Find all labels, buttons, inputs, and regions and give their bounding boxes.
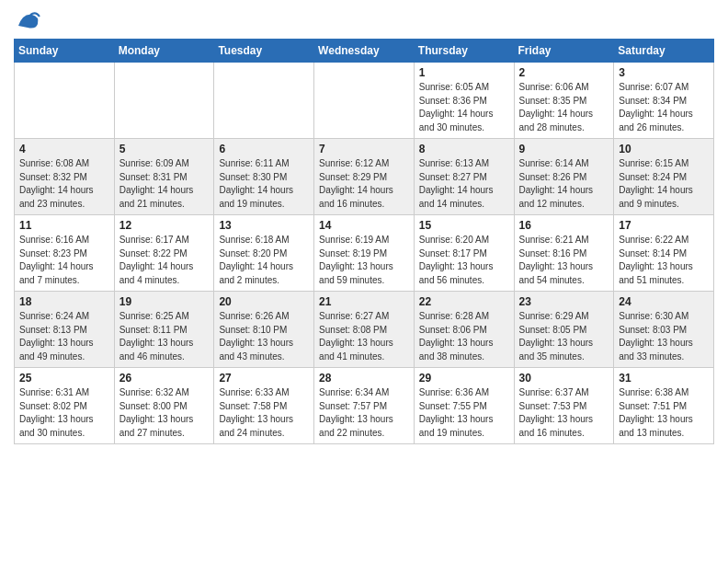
calendar-cell: 11Sunrise: 6:16 AM Sunset: 8:23 PM Dayli… bbox=[15, 215, 115, 292]
day-number: 3 bbox=[619, 66, 709, 79]
day-header-thursday: Thursday bbox=[414, 40, 514, 63]
day-info: Sunrise: 6:13 AM Sunset: 8:27 PM Dayligh… bbox=[419, 157, 509, 211]
day-info: Sunrise: 6:21 AM Sunset: 8:16 PM Dayligh… bbox=[519, 234, 609, 287]
day-number: 6 bbox=[219, 143, 309, 155]
day-number: 11 bbox=[19, 219, 109, 232]
calendar-cell: 21Sunrise: 6:27 AM Sunset: 8:08 PM Dayli… bbox=[314, 292, 415, 368]
calendar-cell: 23Sunrise: 6:29 AM Sunset: 8:05 PM Dayli… bbox=[514, 292, 614, 368]
day-info: Sunrise: 6:17 AM Sunset: 8:22 PM Dayligh… bbox=[119, 234, 210, 287]
calendar-table: SundayMondayTuesdayWednesdayThursdayFrid… bbox=[14, 39, 714, 444]
day-header-saturday: Saturday bbox=[614, 40, 714, 63]
day-number: 20 bbox=[219, 295, 309, 308]
calendar-cell: 13Sunrise: 6:18 AM Sunset: 8:20 PM Dayli… bbox=[214, 215, 314, 292]
calendar-cell: 4Sunrise: 6:08 AM Sunset: 8:32 PM Daylig… bbox=[15, 139, 115, 215]
day-info: Sunrise: 6:20 AM Sunset: 8:17 PM Dayligh… bbox=[419, 234, 509, 287]
calendar-cell bbox=[314, 63, 415, 139]
day-number: 18 bbox=[19, 295, 109, 308]
calendar-cell: 8Sunrise: 6:13 AM Sunset: 8:27 PM Daylig… bbox=[414, 139, 514, 215]
calendar-week-2: 4Sunrise: 6:08 AM Sunset: 8:32 PM Daylig… bbox=[15, 139, 714, 215]
calendar-cell: 7Sunrise: 6:12 AM Sunset: 8:29 PM Daylig… bbox=[314, 139, 415, 215]
day-info: Sunrise: 6:28 AM Sunset: 8:06 PM Dayligh… bbox=[419, 310, 509, 363]
day-info: Sunrise: 6:19 AM Sunset: 8:19 PM Dayligh… bbox=[319, 234, 409, 287]
calendar-cell: 5Sunrise: 6:09 AM Sunset: 8:31 PM Daylig… bbox=[114, 139, 214, 215]
day-info: Sunrise: 6:24 AM Sunset: 8:13 PM Dayligh… bbox=[19, 310, 109, 363]
day-number: 12 bbox=[119, 219, 210, 232]
calendar-week-5: 25Sunrise: 6:31 AM Sunset: 8:02 PM Dayli… bbox=[15, 368, 714, 444]
day-number: 26 bbox=[119, 372, 210, 385]
calendar-cell: 12Sunrise: 6:17 AM Sunset: 8:22 PM Dayli… bbox=[114, 215, 214, 292]
day-number: 23 bbox=[519, 295, 609, 308]
day-number: 19 bbox=[119, 295, 210, 308]
day-info: Sunrise: 6:08 AM Sunset: 8:32 PM Dayligh… bbox=[19, 157, 109, 211]
day-info: Sunrise: 6:33 AM Sunset: 7:58 PM Dayligh… bbox=[219, 386, 309, 440]
day-info: Sunrise: 6:09 AM Sunset: 8:31 PM Dayligh… bbox=[119, 157, 210, 211]
calendar-cell: 1Sunrise: 6:05 AM Sunset: 8:36 PM Daylig… bbox=[414, 63, 514, 139]
calendar-cell bbox=[214, 63, 314, 139]
calendar-cell: 29Sunrise: 6:36 AM Sunset: 7:55 PM Dayli… bbox=[414, 368, 514, 444]
calendar-cell: 24Sunrise: 6:30 AM Sunset: 8:03 PM Dayli… bbox=[614, 292, 714, 368]
calendar-header: SundayMondayTuesdayWednesdayThursdayFrid… bbox=[15, 40, 714, 63]
calendar-cell: 27Sunrise: 6:33 AM Sunset: 7:58 PM Dayli… bbox=[214, 368, 314, 444]
day-number: 4 bbox=[19, 143, 109, 155]
calendar-body: 1Sunrise: 6:05 AM Sunset: 8:36 PM Daylig… bbox=[15, 63, 714, 444]
day-info: Sunrise: 6:18 AM Sunset: 8:20 PM Dayligh… bbox=[219, 234, 309, 287]
day-info: Sunrise: 6:22 AM Sunset: 8:14 PM Dayligh… bbox=[619, 234, 709, 287]
day-number: 13 bbox=[219, 219, 309, 232]
calendar-cell: 22Sunrise: 6:28 AM Sunset: 8:06 PM Dayli… bbox=[414, 292, 514, 368]
day-number: 1 bbox=[419, 66, 509, 79]
calendar-week-1: 1Sunrise: 6:05 AM Sunset: 8:36 PM Daylig… bbox=[15, 63, 714, 139]
day-number: 7 bbox=[319, 143, 409, 155]
day-number: 29 bbox=[419, 372, 509, 385]
day-number: 9 bbox=[519, 143, 609, 155]
day-number: 10 bbox=[619, 143, 709, 155]
day-info: Sunrise: 6:27 AM Sunset: 8:08 PM Dayligh… bbox=[319, 310, 409, 363]
calendar-cell: 10Sunrise: 6:15 AM Sunset: 8:24 PM Dayli… bbox=[614, 139, 714, 215]
day-info: Sunrise: 6:06 AM Sunset: 8:35 PM Dayligh… bbox=[519, 81, 609, 134]
calendar-cell: 9Sunrise: 6:14 AM Sunset: 8:26 PM Daylig… bbox=[514, 139, 614, 215]
day-number: 27 bbox=[219, 372, 309, 385]
calendar-cell: 18Sunrise: 6:24 AM Sunset: 8:13 PM Dayli… bbox=[15, 292, 115, 368]
day-info: Sunrise: 6:30 AM Sunset: 8:03 PM Dayligh… bbox=[619, 310, 709, 363]
calendar-cell: 19Sunrise: 6:25 AM Sunset: 8:11 PM Dayli… bbox=[114, 292, 214, 368]
calendar-cell: 31Sunrise: 6:38 AM Sunset: 7:51 PM Dayli… bbox=[614, 368, 714, 444]
calendar-cell: 26Sunrise: 6:32 AM Sunset: 8:00 PM Dayli… bbox=[114, 368, 214, 444]
day-info: Sunrise: 6:26 AM Sunset: 8:10 PM Dayligh… bbox=[219, 310, 309, 363]
calendar-cell: 17Sunrise: 6:22 AM Sunset: 8:14 PM Dayli… bbox=[614, 215, 714, 292]
day-info: Sunrise: 6:25 AM Sunset: 8:11 PM Dayligh… bbox=[119, 310, 210, 363]
day-number: 15 bbox=[419, 219, 509, 232]
day-number: 5 bbox=[119, 143, 210, 155]
day-info: Sunrise: 6:36 AM Sunset: 7:55 PM Dayligh… bbox=[419, 386, 509, 440]
calendar-cell: 15Sunrise: 6:20 AM Sunset: 8:17 PM Dayli… bbox=[414, 215, 514, 292]
logo bbox=[14, 9, 45, 31]
day-number: 28 bbox=[319, 372, 409, 385]
calendar-cell bbox=[15, 63, 115, 139]
day-info: Sunrise: 6:32 AM Sunset: 8:00 PM Dayligh… bbox=[119, 386, 210, 440]
calendar-cell: 14Sunrise: 6:19 AM Sunset: 8:19 PM Dayli… bbox=[314, 215, 415, 292]
day-number: 17 bbox=[619, 219, 709, 232]
day-info: Sunrise: 6:11 AM Sunset: 8:30 PM Dayligh… bbox=[219, 157, 309, 211]
day-number: 24 bbox=[619, 295, 709, 308]
day-number: 2 bbox=[519, 66, 609, 79]
day-number: 8 bbox=[419, 143, 509, 155]
calendar-cell: 25Sunrise: 6:31 AM Sunset: 8:02 PM Dayli… bbox=[15, 368, 115, 444]
day-info: Sunrise: 6:31 AM Sunset: 8:02 PM Dayligh… bbox=[19, 386, 109, 440]
day-info: Sunrise: 6:07 AM Sunset: 8:34 PM Dayligh… bbox=[619, 81, 709, 134]
calendar-cell bbox=[114, 63, 214, 139]
day-header-wednesday: Wednesday bbox=[314, 40, 415, 63]
day-number: 25 bbox=[19, 372, 109, 385]
day-info: Sunrise: 6:37 AM Sunset: 7:53 PM Dayligh… bbox=[519, 386, 609, 440]
day-info: Sunrise: 6:14 AM Sunset: 8:26 PM Dayligh… bbox=[519, 157, 609, 211]
day-number: 16 bbox=[519, 219, 609, 232]
calendar-cell: 6Sunrise: 6:11 AM Sunset: 8:30 PM Daylig… bbox=[214, 139, 314, 215]
calendar-week-4: 18Sunrise: 6:24 AM Sunset: 8:13 PM Dayli… bbox=[15, 292, 714, 368]
day-number: 30 bbox=[519, 372, 609, 385]
day-info: Sunrise: 6:16 AM Sunset: 8:23 PM Dayligh… bbox=[19, 234, 109, 287]
day-header-sunday: Sunday bbox=[15, 40, 115, 63]
page-header bbox=[14, 9, 714, 31]
day-header-monday: Monday bbox=[114, 40, 214, 63]
logo-icon bbox=[14, 9, 41, 31]
day-info: Sunrise: 6:34 AM Sunset: 7:57 PM Dayligh… bbox=[319, 386, 409, 440]
calendar-cell: 2Sunrise: 6:06 AM Sunset: 8:35 PM Daylig… bbox=[514, 63, 614, 139]
day-number: 22 bbox=[419, 295, 509, 308]
calendar-cell: 28Sunrise: 6:34 AM Sunset: 7:57 PM Dayli… bbox=[314, 368, 415, 444]
